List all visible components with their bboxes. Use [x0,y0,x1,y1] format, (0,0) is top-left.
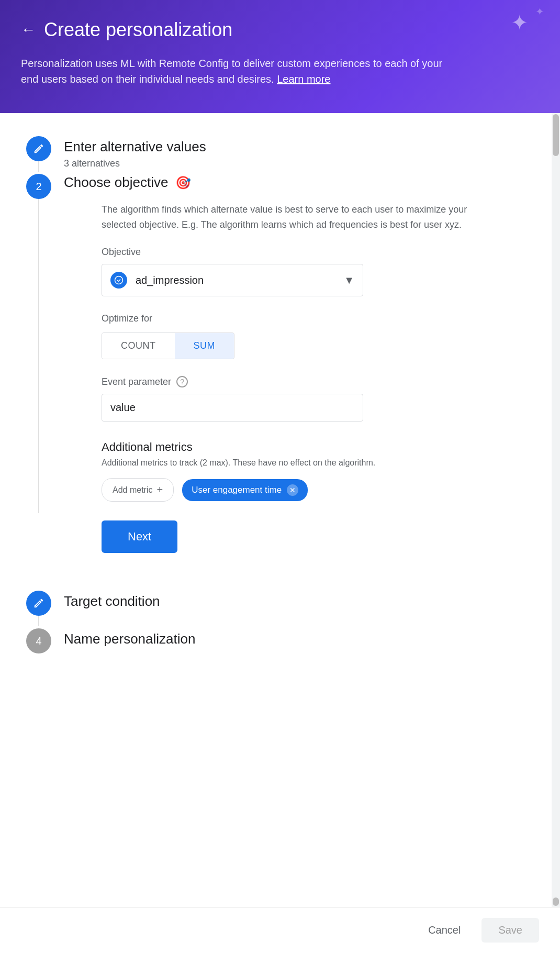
count-toggle-button[interactable]: COUNT [102,333,175,359]
learn-more-link[interactable]: Learn more [277,73,330,85]
scrollbar-thumb [553,114,559,156]
step4-title: Name personalization [64,630,195,648]
additional-metrics-title: Additional metrics [102,440,534,454]
cancel-button[interactable]: Cancel [418,918,471,943]
ad-impression-icon [110,272,127,289]
bottom-bar: Cancel Save [0,907,560,953]
page-title: Create personalization [44,19,232,41]
sparkle-small-icon: ✦ [535,5,544,18]
optimize-label: Optimize for [102,313,534,324]
add-metric-label: Add metric [113,485,152,495]
optimize-toggle-group: COUNT SUM [102,333,234,359]
step2-title: Choose objective [64,174,168,192]
sum-toggle-button[interactable]: SUM [175,333,234,359]
user-engagement-chip: User engagement time ✕ [182,479,308,501]
sparkle-icon: ✦ [511,10,529,35]
step1-number [26,136,51,161]
step1-subtitle: 3 alternatives [64,158,206,169]
step1-title: Enter alternative values [64,138,206,156]
chip-label: User engagement time [192,485,282,495]
page-header: ← Create personalization Personalization… [0,0,560,113]
scrollbar-bottom-thumb [553,897,559,906]
scrollbar[interactable] [552,113,560,907]
save-button[interactable]: Save [481,918,539,943]
chip-close-button[interactable]: ✕ [287,484,298,496]
objective-icon: 🎯 [175,175,191,190]
back-arrow-icon[interactable]: ← [21,21,36,38]
step3-number [26,591,51,616]
step2-description: The algorithm finds which alternate valu… [102,202,499,232]
event-param-text: Event parameter [102,376,171,387]
event-param-input[interactable] [102,394,363,422]
event-param-label-row: Event parameter ? [102,376,534,387]
next-button[interactable]: Next [102,520,177,553]
objective-value: ad_impression [136,274,344,286]
step3-title: Target condition [64,593,160,611]
main-content: Enter alternative values 3 alternatives … [0,113,560,907]
dropdown-chevron-icon: ▼ [344,274,354,286]
plus-icon: + [156,484,163,496]
additional-metrics-desc: Additional metrics to track (2 max). The… [102,458,534,468]
objective-dropdown[interactable]: ad_impression ▼ [102,264,363,296]
help-icon[interactable]: ? [176,376,188,387]
metrics-row: Add metric + User engagement time ✕ [102,478,534,502]
svg-point-0 [115,276,123,284]
step4-number: 4 [26,628,51,653]
step2-number: 2 [26,174,51,199]
add-metric-button[interactable]: Add metric + [102,478,174,502]
objective-label: Objective [102,247,534,258]
header-description: Personalization uses ML with Remote Conf… [21,56,450,87]
